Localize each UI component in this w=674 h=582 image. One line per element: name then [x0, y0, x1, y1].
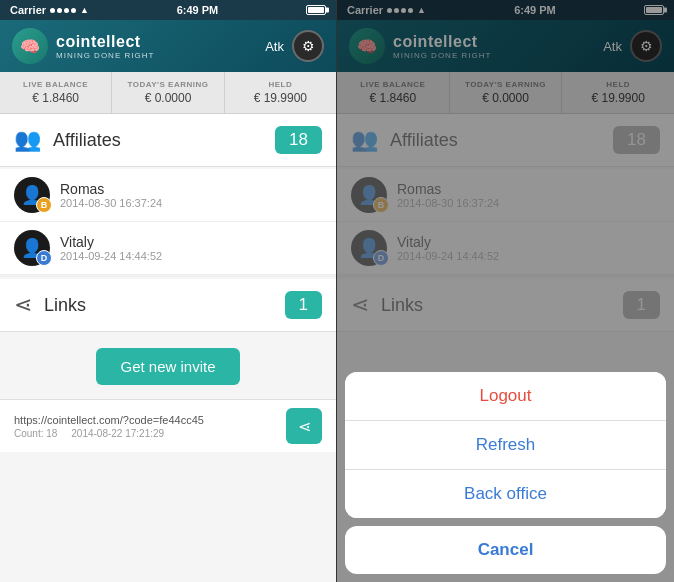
battery-icon	[306, 5, 326, 15]
list-item[interactable]: 👤 D Vitaly 2014-09-24 14:44:52	[0, 222, 336, 275]
action-sheet-menu: Logout Refresh Back office	[345, 372, 666, 518]
content-left: 👥 Affiliates 18 👤 B Romas 2014-08-30 16:…	[0, 114, 336, 582]
affiliates-icon: 👥	[14, 127, 41, 153]
logo-icon: 🧠	[12, 28, 48, 64]
wifi-icon: ▲	[80, 5, 89, 15]
avatar: 👤 B	[14, 177, 50, 213]
status-bar-left: Carrier ▲ 6:49 PM	[0, 0, 336, 20]
header-right: Atk ⚙	[265, 30, 324, 62]
get-new-invite-button[interactable]: Get new invite	[96, 348, 239, 385]
left-phone-screen: Carrier ▲ 6:49 PM 🧠 cointellect MINING D…	[0, 0, 337, 582]
avatar: 👤 D	[14, 230, 50, 266]
back-office-button[interactable]: Back office	[345, 470, 666, 518]
time-label: 6:49 PM	[177, 4, 219, 16]
list-item[interactable]: 👤 B Romas 2014-08-30 16:37:24	[0, 169, 336, 222]
app-header-left: 🧠 cointellect MINING DONE RIGHT Atk ⚙	[0, 20, 336, 72]
live-balance-cell: LIVE BALANCE € 1.8460	[0, 72, 112, 113]
signal-icon	[50, 8, 76, 13]
invite-link-info: https://cointellect.com/?code=fe44cc45 C…	[14, 414, 204, 439]
list-item-info: Vitaly 2014-09-24 14:44:52	[60, 234, 162, 262]
right-phone-screen: Carrier ▲ 6:49 PM 🧠 cointellect MINING D…	[337, 0, 674, 582]
links-badge: 1	[285, 291, 322, 319]
avatar[interactable]: ⚙	[292, 30, 324, 62]
cancel-button[interactable]: Cancel	[345, 526, 666, 574]
links-section-header[interactable]: ⋖ Links 1	[0, 279, 336, 332]
list-item-info: Romas 2014-08-30 16:37:24	[60, 181, 162, 209]
links-icon: ⋖	[14, 292, 32, 318]
todays-earning-cell: TODAY'S EARNING € 0.0000	[112, 72, 224, 113]
affiliates-badge: 18	[275, 126, 322, 154]
invite-meta: Count: 18 2014-08-22 17:21:29	[14, 428, 204, 439]
affiliates-section-header[interactable]: 👥 Affiliates 18	[0, 114, 336, 167]
invite-link-row: https://cointellect.com/?code=fe44cc45 C…	[0, 399, 336, 452]
carrier-label: Carrier	[10, 4, 46, 16]
logo-text: cointellect MINING DONE RIGHT	[56, 33, 154, 60]
logout-button[interactable]: Logout	[345, 372, 666, 421]
balance-row-left: LIVE BALANCE € 1.8460 TODAY'S EARNING € …	[0, 72, 336, 114]
coin-badge-d: D	[36, 250, 52, 266]
share-button[interactable]: ⋖	[286, 408, 322, 444]
action-sheet-overlay: Logout Refresh Back office Cancel	[337, 0, 674, 582]
refresh-button[interactable]: Refresh	[345, 421, 666, 470]
logo-area: 🧠 cointellect MINING DONE RIGHT	[12, 28, 154, 64]
coin-badge-b: B	[36, 197, 52, 213]
get-invite-container: Get new invite	[0, 334, 336, 399]
action-sheet: Logout Refresh Back office Cancel	[337, 372, 674, 582]
held-cell: HELD € 19.9900	[225, 72, 336, 113]
